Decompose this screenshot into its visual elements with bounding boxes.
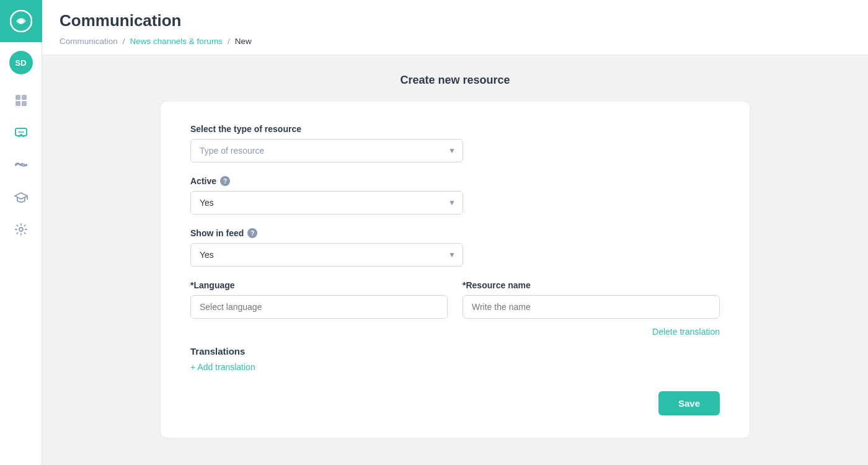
breadcrumb-sep2: / xyxy=(228,37,230,46)
svg-point-9 xyxy=(22,131,23,133)
show-in-feed-select-wrapper: Yes No ▼ xyxy=(190,243,463,267)
sidebar-item-communication[interactable] xyxy=(7,119,35,146)
type-select-wrapper: Type of resource News channel Forum Blog… xyxy=(190,139,463,162)
active-label: Active ? xyxy=(190,176,720,186)
active-help-icon[interactable]: ? xyxy=(220,176,230,186)
save-button[interactable]: Save xyxy=(658,391,720,415)
show-in-feed-label: Show in feed ? xyxy=(190,228,720,238)
resource-name-label: *Resource name xyxy=(463,280,720,290)
avatar[interactable]: SD xyxy=(9,51,33,74)
breadcrumb-communication[interactable]: Communication xyxy=(60,37,118,46)
breadcrumb-news-channels[interactable]: News channels & forums xyxy=(130,37,223,46)
show-in-feed-select[interactable]: Yes No xyxy=(190,243,463,267)
language-group: *Language xyxy=(190,280,448,319)
sidebar-item-dashboard[interactable] xyxy=(7,87,35,114)
delete-translation-row: Delete translation xyxy=(190,326,720,337)
sidebar-logo xyxy=(0,0,42,42)
show-in-feed-group: Show in feed ? Yes No ▼ xyxy=(190,228,720,267)
type-select[interactable]: Type of resource News channel Forum Blog xyxy=(190,139,463,162)
type-of-resource-group: Select the type of resource Type of reso… xyxy=(190,124,720,162)
page-title: Communication xyxy=(60,11,851,30)
svg-point-7 xyxy=(18,131,19,133)
svg-point-1 xyxy=(19,19,24,24)
translations-title: Translations xyxy=(190,346,720,356)
main-content: Communication Communication / News chann… xyxy=(42,0,868,465)
resource-name-input[interactable] xyxy=(463,295,720,319)
svg-rect-2 xyxy=(16,95,20,100)
sidebar-item-education[interactable] xyxy=(7,184,35,211)
active-group: Active ? Yes No ▼ xyxy=(190,176,720,215)
svg-point-8 xyxy=(20,131,21,133)
sidebar-item-settings[interactable] xyxy=(7,216,35,243)
breadcrumb-new: New xyxy=(235,37,252,46)
language-name-row: *Language *Resource name xyxy=(190,280,720,319)
sidebar: SD xyxy=(0,0,42,465)
active-select[interactable]: Yes No xyxy=(190,191,463,215)
language-label: *Language xyxy=(190,280,448,290)
sidebar-item-partnerships[interactable] xyxy=(7,151,35,179)
form-footer: Save xyxy=(190,391,720,415)
content-title: Create new resource xyxy=(67,74,843,87)
delete-translation-link[interactable]: Delete translation xyxy=(652,327,720,337)
breadcrumb-sep1: / xyxy=(123,37,125,46)
sidebar-nav xyxy=(0,87,42,243)
breadcrumb: Communication / News channels & forums /… xyxy=(60,37,851,55)
form-card: Select the type of resource Type of reso… xyxy=(161,102,750,438)
show-in-feed-help-icon[interactable]: ? xyxy=(247,228,257,238)
content-area: Create new resource Select the type of r… xyxy=(42,55,868,465)
translations-section: Translations + Add translation xyxy=(190,346,720,373)
add-translation-link[interactable]: + Add translation xyxy=(190,362,255,372)
type-of-resource-label: Select the type of resource xyxy=(190,124,720,134)
svg-rect-5 xyxy=(22,101,27,106)
svg-point-11 xyxy=(19,228,23,231)
resource-name-group: *Resource name xyxy=(463,280,720,319)
language-input[interactable] xyxy=(190,295,448,319)
svg-rect-4 xyxy=(16,101,20,106)
active-select-wrapper: Yes No ▼ xyxy=(190,191,463,215)
header: Communication Communication / News chann… xyxy=(42,0,868,55)
svg-rect-3 xyxy=(22,95,27,100)
